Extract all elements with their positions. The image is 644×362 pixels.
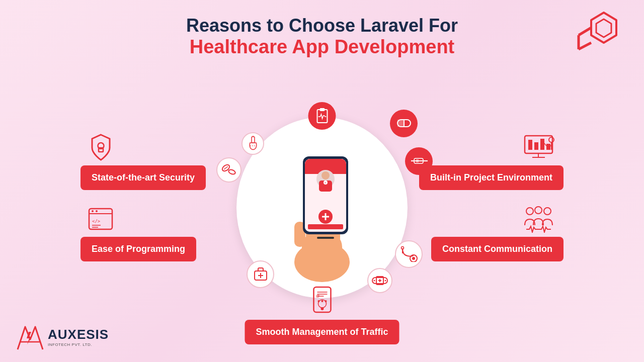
svg-point-25 (412, 257, 415, 260)
svg-point-84 (317, 300, 319, 302)
pill-icon (390, 110, 418, 137)
auxesis-logo: AUXESIS INFOTECH PVT. LTD. (15, 322, 109, 352)
svg-text:@: @ (315, 294, 319, 298)
svg-point-86 (325, 300, 327, 302)
left-reasons: State-of-the-art Security </> Ease of Pr (65, 134, 226, 261)
header-line2: Healthcare App Development (186, 36, 458, 58)
communication-badge: Constant Communication (431, 237, 564, 261)
svg-point-10 (92, 210, 94, 212)
svg-point-55 (321, 171, 330, 179)
right-item-communication: Constant Communication (431, 205, 564, 261)
bottom-item-traffic: @ Smooth Management of Traffic (245, 286, 399, 344)
right-reasons: Built-in Project Environment (418, 134, 579, 261)
svg-point-36 (374, 280, 375, 281)
presentation-icon (521, 134, 556, 161)
code-icon: </> (88, 205, 113, 233)
clipboard-icon (308, 102, 336, 130)
loose-pills-icon (216, 157, 242, 183)
svg-line-29 (224, 166, 228, 169)
bottom-reason: @ Smooth Management of Traffic (245, 286, 399, 344)
svg-point-77 (535, 207, 542, 214)
svg-point-71 (549, 137, 554, 142)
svg-rect-68 (534, 142, 538, 150)
center-circle: + (236, 117, 408, 298)
left-item-security: State-of-the-art Security (80, 134, 206, 190)
svg-rect-67 (528, 140, 532, 150)
svg-line-4 (579, 43, 591, 49)
svg-rect-70 (546, 144, 550, 150)
traffic-badge: Smooth Management of Traffic (245, 320, 399, 344)
logo-tagline: INFOTECH PVT. LTD. (48, 342, 109, 347)
svg-point-80 (320, 307, 324, 310)
svg-point-30 (228, 168, 236, 174)
header-line1: Reasons to Choose Laravel For (186, 15, 458, 36)
svg-text:+: + (325, 181, 326, 184)
svg-rect-69 (540, 139, 544, 150)
stethoscope-icon (395, 240, 423, 268)
logo-brand: AUXESIS (48, 327, 109, 342)
header: Reasons to Choose Laravel For Healthcare… (186, 15, 458, 58)
left-item-programming: </> Ease of Programming (80, 205, 196, 261)
dropper-icon (242, 132, 264, 155)
svg-rect-19 (397, 120, 404, 127)
svg-point-85 (321, 300, 323, 302)
svg-point-37 (385, 280, 386, 281)
laravel-logo (569, 10, 614, 50)
auxesis-logo-text: AUXESIS INFOTECH PVT. LTD. (48, 327, 109, 347)
right-item-environment: Built-in Project Environment (419, 134, 564, 190)
svg-rect-6 (99, 148, 103, 152)
traffic-icon: @ (309, 286, 335, 314)
syringe-icon (405, 147, 433, 175)
svg-marker-0 (591, 13, 616, 43)
auxesis-logo-icon (15, 322, 45, 352)
svg-point-76 (544, 208, 551, 215)
center-illustration: + (226, 107, 418, 308)
shield-lock-icon (88, 134, 113, 161)
svg-line-2 (579, 28, 591, 35)
svg-marker-1 (596, 19, 611, 37)
svg-rect-16 (319, 108, 325, 111)
svg-text:</>: </> (92, 219, 101, 224)
security-badge: State-of-the-art Security (80, 165, 206, 190)
main-container: Reasons to Choose Laravel For Healthcare… (0, 0, 644, 362)
phone-hand-illustration: + (277, 141, 367, 284)
svg-rect-40 (252, 137, 255, 143)
svg-rect-15 (317, 110, 327, 123)
svg-point-11 (96, 210, 98, 212)
team-icon (521, 205, 556, 233)
svg-point-75 (526, 208, 533, 215)
svg-rect-63 (317, 237, 334, 239)
environment-badge: Built-in Project Environment (419, 165, 564, 190)
svg-rect-62 (308, 224, 343, 229)
svg-rect-23 (416, 159, 419, 162)
programming-badge: Ease of Programming (80, 237, 196, 261)
medical-bag-icon (247, 260, 274, 288)
svg-point-27 (401, 247, 404, 249)
